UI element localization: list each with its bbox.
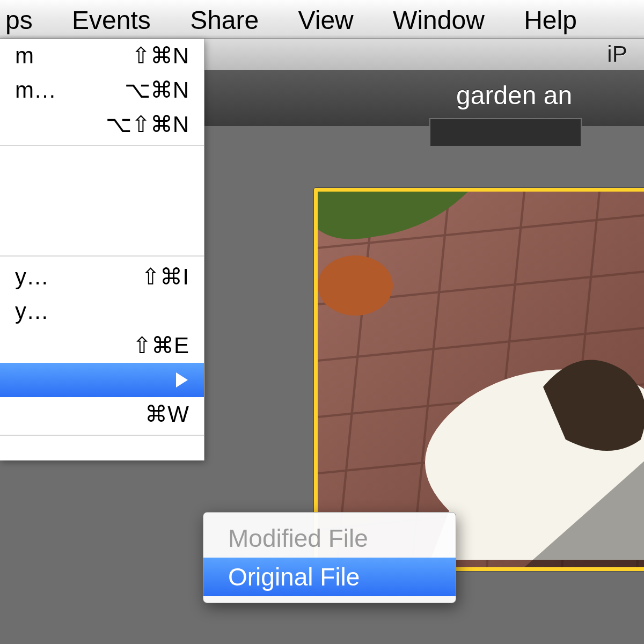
menubar-item-window[interactable]: Window	[377, 0, 501, 39]
file-menu-dropdown: m ⇧⌘N m… ⌥⌘N ⌥⇧⌘N y… ⇧⌘I y… ⇧⌘E ⌘W	[0, 39, 204, 460]
menubar-item-help[interactable]: Help	[508, 0, 593, 39]
submenu-item-modified-file: Modified File	[203, 519, 456, 558]
submenu-item-label: Modified File	[228, 524, 368, 552]
menu-item-label: y…	[15, 294, 49, 328]
menu-item-shortcut: ⌥⇧⌘N	[106, 107, 189, 142]
menu-item-reveal-in-finder[interactable]	[0, 363, 204, 397]
submenu-item-original-file[interactable]: Original File	[203, 558, 456, 596]
submenu-arrow-icon	[176, 372, 188, 387]
window-title-bar: iP	[204, 39, 644, 70]
menu-item-export[interactable]: ⇧⌘E	[0, 328, 204, 363]
menubar-item-share[interactable]: Share	[174, 0, 275, 39]
menu-item-shortcut: ⇧⌘I	[141, 260, 189, 294]
menu-separator	[0, 145, 204, 146]
menubar-item-partial[interactable]: ps	[0, 0, 49, 39]
menu-item-label: y…	[15, 260, 49, 294]
window-title: iP	[607, 39, 627, 70]
menu-item-shortcut: ⌘W	[145, 397, 189, 431]
background-thumbnail	[429, 118, 582, 147]
album-title: garden an	[456, 81, 572, 109]
menubar-item-events[interactable]: Events	[56, 0, 167, 39]
menu-item-shortcut: ⇧⌘N	[131, 39, 189, 73]
svg-point-12	[318, 255, 393, 316]
menu-item-label: m…	[15, 73, 56, 107]
mac-menu-bar: ps Events Share View Window Help	[0, 0, 644, 39]
menu-item-new-from[interactable]: m… ⌥⌘N	[0, 73, 204, 107]
menu-item-label: m	[15, 39, 34, 73]
menu-item-shortcut: ⇧⌘E	[133, 328, 189, 363]
submenu-item-label: Original File	[228, 563, 360, 591]
reveal-submenu: Modified File Original File	[203, 512, 456, 603]
menu-item-switch-library[interactable]: y…	[0, 294, 204, 328]
menu-item-import-library[interactable]: y… ⇧⌘I	[0, 260, 204, 294]
menu-separator	[0, 435, 204, 436]
menu-item-new-3[interactable]: ⌥⇧⌘N	[0, 107, 204, 142]
menu-item-trailing-1[interactable]	[0, 439, 204, 460]
photo-image	[318, 192, 644, 567]
menu-item-new-album[interactable]: m ⇧⌘N	[0, 39, 204, 73]
menu-item-blank-1[interactable]	[0, 149, 204, 184]
menu-item-close-window[interactable]: ⌘W	[0, 397, 204, 431]
menu-item-blank-2[interactable]	[0, 184, 204, 218]
menu-separator	[0, 255, 204, 257]
menu-item-shortcut: ⌥⌘N	[125, 73, 189, 107]
menu-item-blank-3[interactable]	[0, 218, 204, 252]
menubar-item-view[interactable]: View	[282, 0, 370, 39]
